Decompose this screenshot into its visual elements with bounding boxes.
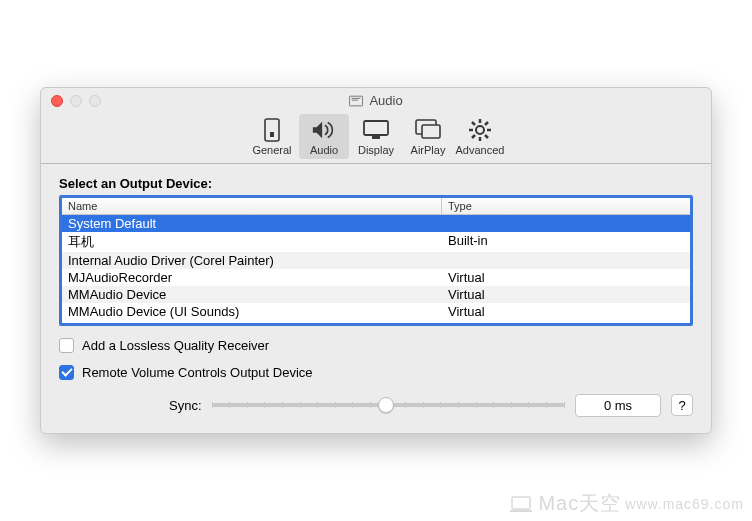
table-row[interactable]: MMAudio Device Virtual [62, 286, 690, 303]
table-row[interactable]: Internal Audio Driver (Corel Painter) [62, 252, 690, 269]
titlebar: Audio [41, 88, 711, 112]
column-header-type[interactable]: Type [442, 198, 690, 214]
svg-rect-3 [364, 121, 388, 135]
table-body: System Default 耳机 Built-in Internal Audi… [62, 215, 690, 323]
remote-volume-checkbox[interactable] [59, 365, 74, 380]
toolbar-label: Advanced [456, 144, 505, 156]
toolbar-label: Audio [310, 144, 338, 156]
cell-type: Virtual [448, 270, 684, 285]
table-row[interactable]: 耳机 Built-in [62, 232, 690, 252]
svg-rect-6 [422, 125, 440, 138]
help-button[interactable]: ? [671, 394, 693, 416]
content-pane: Select an Output Device: Name Type Syste… [41, 164, 711, 433]
watermark-sub: www.mac69.com [625, 496, 744, 512]
sync-slider[interactable] [212, 403, 565, 407]
device-table[interactable]: Name Type System Default 耳机 Built-in Int… [59, 195, 693, 326]
slider-knob[interactable] [378, 397, 394, 413]
preferences-window: Audio General Audio Display AirPlay [40, 87, 712, 434]
toolbar-label: Display [358, 144, 394, 156]
close-button[interactable] [51, 95, 63, 107]
toolbar: General Audio Display AirPlay Advanced [41, 112, 711, 164]
window-proxy-icon [349, 95, 363, 107]
cell-name: 耳机 [68, 233, 448, 251]
svg-rect-0 [350, 96, 363, 106]
cell-name: MJAudioRecorder [68, 270, 448, 285]
cell-type: Virtual [448, 287, 684, 302]
toolbar-label: General [252, 144, 291, 156]
cell-name: MMAudio Device [68, 287, 448, 302]
lossless-label: Add a Lossless Quality Receiver [82, 338, 269, 353]
cell-type [448, 253, 684, 268]
svg-line-15 [485, 122, 488, 125]
lossless-checkbox[interactable] [59, 338, 74, 353]
svg-rect-16 [512, 497, 530, 509]
toolbar-tab-general[interactable]: General [247, 114, 297, 159]
table-header: Name Type [62, 198, 690, 215]
remote-checkbox-row: Remote Volume Controls Output Device [59, 365, 693, 380]
zoom-button[interactable] [89, 95, 101, 107]
cell-type: Virtual [448, 304, 684, 319]
section-label: Select an Output Device: [59, 176, 693, 191]
svg-rect-1 [265, 119, 279, 141]
gear-icon [467, 118, 493, 142]
general-icon [259, 118, 285, 142]
cell-name: MMAudio Device (UI Sounds) [68, 304, 448, 319]
watermark: Mac天空 www.mac69.com [510, 490, 744, 517]
window-title: Audio [369, 93, 402, 108]
svg-point-7 [476, 126, 484, 134]
table-row[interactable]: MMAudio Device (UI Sounds) Virtual [62, 303, 690, 320]
airplay-icon [415, 118, 441, 142]
toolbar-tab-display[interactable]: Display [351, 114, 401, 159]
column-header-name[interactable]: Name [62, 198, 442, 214]
sync-value-field[interactable]: 0 ms [575, 394, 661, 417]
sync-row: Sync: 0 ms ? [59, 394, 693, 417]
lossless-checkbox-row: Add a Lossless Quality Receiver [59, 338, 693, 353]
audio-icon [311, 118, 337, 142]
toolbar-label: AirPlay [411, 144, 446, 156]
cell-name: Internal Audio Driver (Corel Painter) [68, 253, 448, 268]
table-row[interactable]: MJAudioRecorder Virtual [62, 269, 690, 286]
table-row[interactable]: System Default [62, 215, 690, 232]
watermark-text: Mac天空 [538, 490, 621, 517]
minimize-button[interactable] [70, 95, 82, 107]
toolbar-tab-airplay[interactable]: AirPlay [403, 114, 453, 159]
svg-line-13 [485, 135, 488, 138]
cell-name: System Default [68, 216, 448, 231]
svg-line-14 [472, 135, 475, 138]
svg-rect-17 [510, 510, 532, 512]
svg-line-12 [472, 122, 475, 125]
cell-type [448, 216, 684, 231]
display-icon [363, 118, 389, 142]
traffic-lights [51, 95, 101, 107]
sync-label: Sync: [169, 398, 202, 413]
svg-rect-2 [270, 132, 274, 137]
toolbar-tab-advanced[interactable]: Advanced [455, 114, 505, 159]
remote-volume-label: Remote Volume Controls Output Device [82, 365, 313, 380]
cell-type: Built-in [448, 233, 684, 251]
svg-rect-4 [372, 136, 380, 139]
toolbar-tab-audio[interactable]: Audio [299, 114, 349, 159]
